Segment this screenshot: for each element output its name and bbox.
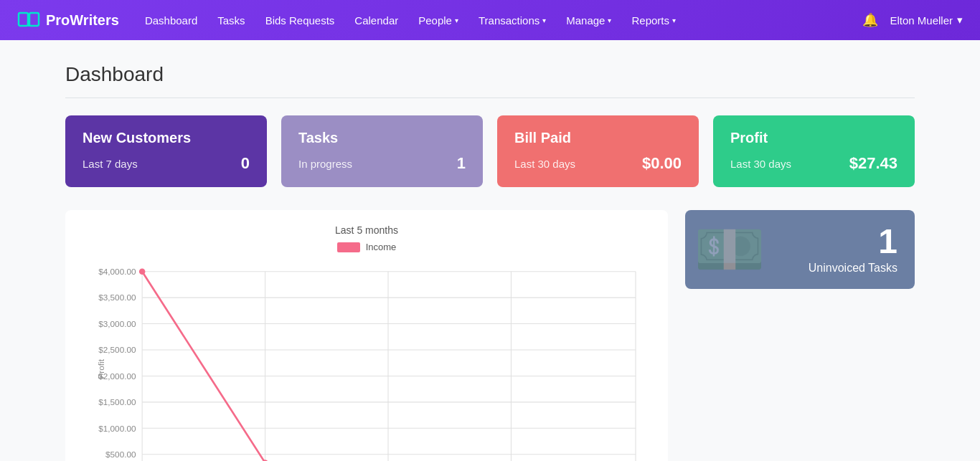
svg-point-28 — [139, 268, 146, 275]
nav-right: 🔔 Elton Mueller ▾ — [862, 12, 963, 28]
svg-text:$3,500.00: $3,500.00 — [98, 293, 136, 302]
profit-sub: Last 30 days — [730, 158, 791, 170]
new-customers-title: New Customers — [83, 130, 250, 146]
nav-reports[interactable]: Reports ▾ — [623, 10, 684, 31]
tasks-row: In progress 1 — [298, 154, 466, 173]
page-title: Dashboard — [65, 63, 915, 98]
stat-card-profit: Profit Last 30 days $27.43 — [713, 115, 915, 187]
chart-legend: Income — [77, 242, 656, 252]
bill-paid-sub: Last 30 days — [514, 158, 575, 170]
brand[interactable]: ProWriters — [17, 9, 119, 32]
svg-text:$1,500.00: $1,500.00 — [98, 397, 136, 407]
user-name: Elton Mueller — [890, 14, 953, 27]
svg-text:$2,500.00: $2,500.00 — [98, 345, 136, 354]
user-dropdown-icon: ▾ — [957, 14, 963, 27]
manage-dropdown-icon: ▾ — [608, 16, 611, 24]
chart-container: Last 5 months Income $4,000.00 $3,500.00… — [65, 210, 668, 461]
chart-svg: $4,000.00 $3,500.00 $3,000.00 $2,500.00 … — [77, 264, 656, 461]
navbar: ProWriters Dashboard Tasks Bids Requests… — [0, 0, 980, 40]
main-content: Dashboard New Customers Last 7 days 0 Ta… — [31, 40, 949, 461]
stat-card-tasks: Tasks In progress 1 — [281, 115, 483, 187]
money-bg-icon: 💵 — [694, 216, 765, 283]
tasks-sub: In progress — [298, 158, 352, 170]
uninvoiced-card: 💵 1 Uninvoiced Tasks — [685, 210, 915, 289]
people-dropdown-icon: ▾ — [455, 16, 458, 24]
new-customers-row: Last 7 days 0 — [83, 154, 250, 173]
bill-paid-row: Last 30 days $0.00 — [514, 154, 682, 173]
reports-dropdown-icon: ▾ — [672, 16, 676, 24]
profit-title: Profit — [730, 130, 897, 146]
stat-card-bill-paid: Bill Paid Last 30 days $0.00 — [497, 115, 699, 187]
tasks-title: Tasks — [298, 130, 466, 146]
brand-logo — [17, 9, 40, 32]
legend-color-income — [337, 242, 360, 252]
svg-text:$500.00: $500.00 — [105, 450, 136, 459]
nav-tasks[interactable]: Tasks — [209, 10, 253, 31]
chart-section: Last 5 months Income $4,000.00 $3,500.00… — [65, 210, 915, 461]
stat-card-new-customers: New Customers Last 7 days 0 — [65, 115, 267, 187]
chart-area: $4,000.00 $3,500.00 $3,000.00 $2,500.00 … — [77, 264, 656, 461]
svg-text:$1,000.00: $1,000.00 — [98, 424, 136, 433]
legend-label-income: Income — [366, 242, 397, 252]
new-customers-sub: Last 7 days — [83, 158, 138, 170]
nav-calendar[interactable]: Calendar — [346, 10, 407, 31]
user-menu[interactable]: Elton Mueller ▾ — [890, 14, 963, 27]
profit-row: Last 30 days $27.43 — [730, 154, 897, 173]
uninvoiced-label: Uninvoiced Tasks — [809, 262, 897, 275]
notification-bell-icon[interactable]: 🔔 — [862, 12, 878, 28]
transactions-dropdown-icon: ▾ — [542, 16, 546, 24]
nav-transactions[interactable]: Transactions ▾ — [470, 10, 555, 31]
svg-rect-0 — [19, 13, 28, 26]
bill-paid-title: Bill Paid — [514, 130, 682, 146]
tasks-value: 1 — [457, 154, 466, 173]
new-customers-value: 0 — [241, 154, 250, 173]
nav-people[interactable]: People ▾ — [410, 10, 467, 31]
chart-title: Last 5 months — [77, 224, 656, 236]
nav-bids[interactable]: Bids Requests — [257, 10, 344, 31]
brand-name: ProWriters — [46, 12, 119, 29]
svg-text:$4,000.00: $4,000.00 — [98, 267, 136, 276]
nav-manage[interactable]: Manage ▾ — [557, 10, 620, 31]
stat-cards: New Customers Last 7 days 0 Tasks In pro… — [65, 115, 915, 187]
svg-text:Profit: Profit — [96, 358, 105, 379]
uninvoiced-number: 1 — [878, 224, 897, 259]
profit-value: $27.43 — [849, 154, 897, 173]
nav-dashboard[interactable]: Dashboard — [136, 10, 206, 31]
svg-text:$3,000.00: $3,000.00 — [98, 319, 136, 328]
nav-links: Dashboard Tasks Bids Requests Calendar P… — [136, 10, 857, 31]
svg-rect-1 — [29, 13, 39, 26]
bill-paid-value: $0.00 — [642, 154, 682, 173]
